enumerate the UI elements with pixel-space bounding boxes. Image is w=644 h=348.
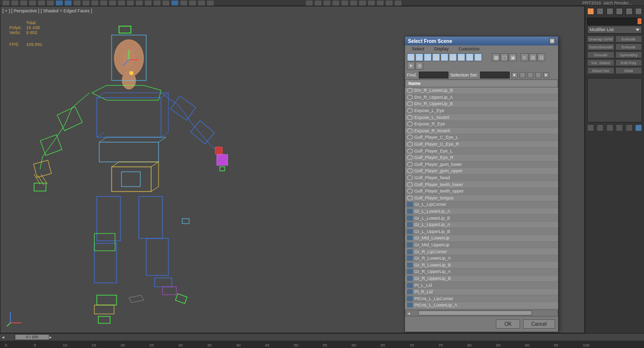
- list-item[interactable]: Gr_L_LipCorner: [405, 201, 558, 208]
- modifier-button[interactable]: Unwrap UVW: [587, 36, 614, 42]
- modifier-button[interactable]: Symmetry: [615, 51, 643, 58]
- modify-tab-icon[interactable]: [597, 8, 604, 15]
- modifier-stack[interactable]: [587, 78, 642, 122]
- tool-btn[interactable]: [135, 0, 143, 6]
- tool-btn[interactable]: [153, 0, 161, 6]
- time-slider[interactable]: ◂ 0 / 100 ▸: [0, 334, 644, 341]
- tool-btn[interactable]: [359, 0, 366, 6]
- pin-stack-icon[interactable]: [587, 124, 594, 131]
- list-item[interactable]: Golf_Player_gum_lower: [405, 161, 558, 168]
- tool-btn[interactable]: [305, 0, 313, 6]
- settings-icon[interactable]: ⚙: [415, 62, 423, 70]
- modifier-button[interactable]: Extrude: [615, 43, 643, 50]
- object-name-field[interactable]: [587, 18, 642, 25]
- tool-btn[interactable]: [91, 0, 99, 6]
- tool-btn[interactable]: [46, 0, 54, 6]
- list-item[interactable]: Gr_R_UpperLip_A: [405, 269, 558, 275]
- dialog-titlebar[interactable]: Select From Scene ×: [405, 37, 558, 45]
- tool-btn[interactable]: [394, 0, 402, 6]
- modifier-button[interactable]: NSurf Sel: [587, 67, 614, 74]
- list-item[interactable]: Pt_L_Lid: [405, 282, 558, 289]
- list-item[interactable]: Gr_R_LowerLip_B: [405, 262, 558, 269]
- list-item[interactable]: Gr_R_UpperLip_B: [405, 275, 558, 282]
- list-item[interactable]: Drv_R_LowerLip_B: [405, 87, 558, 94]
- filter-xrefs-icon[interactable]: ▨: [466, 53, 474, 61]
- list-item[interactable]: Gr_R_LowerLip_A: [405, 255, 558, 262]
- viewport-label[interactable]: [ + ] [ Perspective ] [ Shaded + Edged F…: [2, 8, 92, 13]
- tool-btn[interactable]: [118, 0, 125, 6]
- filter-geometry-icon[interactable]: ◉: [407, 53, 415, 61]
- configure-buttons-icon[interactable]: [635, 124, 642, 131]
- list-item[interactable]: Golf_Player_teeth_upper: [405, 188, 558, 195]
- filter-cameras-icon[interactable]: ▣: [432, 53, 440, 61]
- time-ruler[interactable]: 0510152025303540455055606570758085909510…: [0, 341, 644, 348]
- modifier-button[interactable]: Extrude: [615, 36, 643, 42]
- tool-btn[interactable]: [171, 0, 179, 6]
- modifier-button[interactable]: Vol. Select: [587, 59, 614, 66]
- filter-spacewarps-icon[interactable]: ▦: [449, 53, 457, 61]
- list-item[interactable]: Gr_Mid_LowerLip: [405, 235, 558, 242]
- list-item[interactable]: Gr_R_LipCorner: [405, 248, 558, 255]
- tool-btn[interactable]: [109, 0, 117, 6]
- render-menu[interactable]: iatch Render...: [604, 0, 632, 5]
- tool-btn[interactable]: [189, 0, 197, 6]
- list-item[interactable]: Golf_Player_C_Eye_L: [405, 134, 558, 141]
- tool-btn[interactable]: [341, 0, 349, 6]
- filter-lights-icon[interactable]: ◑: [424, 53, 432, 61]
- tool-btn[interactable]: [206, 0, 214, 6]
- list-item[interactable]: Golf_Player_tongue: [405, 195, 558, 202]
- tool-btn[interactable]: [11, 0, 19, 6]
- list-item[interactable]: Golf_Player_head: [405, 175, 558, 182]
- modifier-button[interactable]: Smooth: [587, 51, 614, 58]
- filter-shapes-icon[interactable]: ◐: [415, 53, 423, 61]
- list-item[interactable]: Gr_L_LowerLip_A: [405, 208, 558, 215]
- select-all-icon[interactable]: ▦: [492, 53, 500, 61]
- tool-btn[interactable]: [350, 0, 358, 6]
- select-invert-icon[interactable]: ▣: [509, 53, 517, 61]
- tool-btn[interactable]: [180, 0, 188, 6]
- list-item[interactable]: Gr_L_UpperLip_A: [405, 222, 558, 229]
- filter-icon[interactable]: ▼: [407, 62, 415, 70]
- select-none-icon[interactable]: ▢: [500, 53, 508, 61]
- tool-btn[interactable]: [144, 0, 152, 6]
- selection-set-input[interactable]: [480, 72, 510, 78]
- tool-btn[interactable]: [323, 0, 331, 6]
- filter-bone-icon[interactable]: ▧: [474, 53, 482, 61]
- create-tab-icon[interactable]: [587, 8, 594, 15]
- list-item[interactable]: Golf_Player_Eye_R: [405, 155, 558, 161]
- tab-select[interactable]: Select: [407, 45, 429, 52]
- tool-btn-active[interactable]: [64, 0, 72, 6]
- remove-modifier-icon[interactable]: [616, 124, 623, 131]
- list-item[interactable]: Golf_Player_teeth_lower: [405, 181, 558, 188]
- list-item[interactable]: Expose_R_Nostril: [405, 128, 558, 135]
- show-end-result-icon[interactable]: [597, 124, 604, 131]
- tool-btn[interactable]: [73, 0, 81, 6]
- list-item[interactable]: Expose_L_Eye: [405, 108, 558, 115]
- tool-btn[interactable]: [29, 0, 37, 6]
- list-item[interactable]: Expose_R_Eye: [405, 121, 558, 128]
- tool-btn[interactable]: [55, 0, 63, 6]
- list-item[interactable]: PtCns_L_LowerLip_A: [405, 302, 558, 309]
- display-tab-icon[interactable]: [626, 8, 633, 15]
- cancel-button[interactable]: Cancel: [523, 319, 555, 329]
- selset-dropdown-icon[interactable]: ▾: [512, 72, 518, 78]
- list-item[interactable]: PtCns_L_LipCorner: [405, 295, 558, 302]
- modifier-button[interactable]: Shell: [615, 67, 643, 74]
- list-item[interactable]: Drv_R_UpperLip_B: [405, 101, 558, 108]
- tool-btn[interactable]: [38, 0, 45, 6]
- make-unique-icon[interactable]: [606, 124, 613, 131]
- utilities-tab-icon[interactable]: [635, 8, 642, 15]
- horizontal-scrollbar[interactable]: ◂: [405, 309, 558, 316]
- tool-btn[interactable]: [126, 0, 134, 6]
- list-item[interactable]: Pt_R_Lid: [405, 289, 558, 296]
- viewport[interactable]: [ + ] [ Perspective ] [ Shaded + Edged F…: [0, 6, 585, 333]
- configure-sets-icon[interactable]: [626, 124, 633, 131]
- find-input[interactable]: [419, 72, 448, 78]
- motion-tab-icon[interactable]: [616, 8, 623, 15]
- filter-helpers-icon[interactable]: ◈: [441, 53, 448, 61]
- filter-groups-icon[interactable]: ▩: [457, 53, 465, 61]
- tool-btn[interactable]: [367, 0, 375, 6]
- tool-btn[interactable]: [162, 0, 170, 6]
- list-item[interactable]: Expose_L_Nostril: [405, 114, 558, 121]
- tool-btn[interactable]: [82, 0, 90, 6]
